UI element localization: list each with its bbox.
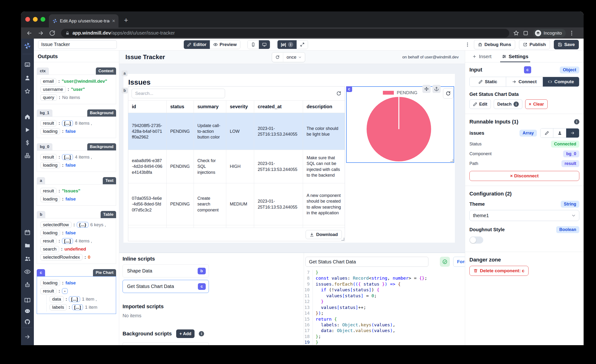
- save-button[interactable]: Save: [554, 40, 579, 49]
- inline-script-item[interactable]: Get Status Chart Datac: [123, 280, 209, 293]
- tab-insert[interactable]: Insert: [472, 51, 492, 62]
- debug-runs-button[interactable]: Debug Runs: [474, 40, 515, 49]
- add-background-script-button[interactable]: + Add: [176, 329, 195, 338]
- anchor-component-button[interactable]: [432, 85, 440, 93]
- table-row[interactable]: eaba8d96-e387-4d2d-8494-096e4143b8faPEND…: [128, 150, 345, 183]
- compute-mode-button[interactable]: Compute: [543, 77, 579, 87]
- inline-script-item[interactable]: Shape Datab: [123, 264, 209, 277]
- theme-select[interactable]: theme1: [469, 210, 579, 221]
- output-key[interactable]: selectedRowIndex: [40, 254, 82, 260]
- output-key[interactable]: loading: [40, 128, 60, 134]
- desktop-view-button[interactable]: [259, 40, 270, 49]
- expand-pill[interactable]: [...]: [62, 120, 73, 126]
- field-user-button[interactable]: [553, 128, 566, 138]
- rail-arrow-right-button[interactable]: [24, 334, 30, 340]
- browser-tab[interactable]: Edit App u/user/issue-tracker | ×: [49, 14, 119, 27]
- output-key[interactable]: query: [40, 94, 57, 101]
- output-key[interactable]: result: [40, 120, 57, 126]
- rail-book-button[interactable]: [24, 297, 30, 304]
- tab-close-icon[interactable]: ×: [112, 18, 115, 24]
- output-key[interactable]: loading: [40, 280, 60, 286]
- rail-grid-button[interactable]: [24, 61, 30, 68]
- bookmark-star-icon[interactable]: [513, 30, 519, 36]
- output-id-chip[interactable]: bg_0: [37, 143, 52, 150]
- new-tab-button[interactable]: +: [124, 17, 128, 24]
- output-id-chip[interactable]: b: [37, 211, 45, 218]
- static-mode-button[interactable]: Static: [470, 77, 506, 87]
- back-icon[interactable]: [26, 30, 32, 36]
- tab-search-icon[interactable]: [522, 30, 529, 36]
- mobile-view-button[interactable]: [248, 40, 259, 49]
- output-key[interactable]: loading: [40, 230, 60, 236]
- editor-tab[interactable]: Editor: [184, 40, 210, 49]
- output-key[interactable]: email: [40, 78, 56, 84]
- edit-button[interactable]: Edit: [469, 99, 491, 109]
- expand-pill[interactable]: -: [62, 288, 68, 294]
- component-badge-a[interactable]: a: [122, 71, 127, 76]
- output-key[interactable]: result: [40, 188, 57, 194]
- browser-menu-icon[interactable]: [569, 30, 575, 36]
- forward-icon[interactable]: [38, 30, 44, 36]
- expand-pill[interactable]: [...]: [69, 296, 80, 302]
- column-header[interactable]: description: [303, 101, 345, 113]
- table-search-input[interactable]: [132, 89, 225, 98]
- rail-calendar-button[interactable]: [24, 229, 30, 236]
- pie-resize-handle[interactable]: [450, 159, 453, 162]
- output-key[interactable]: loading: [40, 162, 60, 168]
- fullscreen-button[interactable]: [297, 40, 308, 49]
- preview-tab[interactable]: Preview: [210, 40, 240, 49]
- component-badge-b[interactable]: b: [122, 88, 128, 93]
- connect-mode-button[interactable]: Connect: [506, 77, 543, 87]
- ruler-button[interactable]: |ø| i: [277, 40, 297, 49]
- column-header[interactable]: summary: [194, 101, 226, 113]
- expand-pill[interactable]: {...}: [77, 222, 89, 228]
- output-id-chip[interactable]: bg_1: [37, 109, 52, 117]
- rail-dollar-button[interactable]: [24, 140, 30, 146]
- output-key[interactable]: result: [40, 238, 57, 244]
- move-component-button[interactable]: [422, 85, 431, 93]
- output-key[interactable]: selectedRow: [40, 222, 72, 228]
- script-name-input[interactable]: [305, 257, 428, 267]
- rail-folder-button[interactable]: [24, 242, 30, 249]
- table-row[interactable]: 07da0553-4e6e-4d56-8ded-5fd0f7d5c3c2PEND…: [128, 183, 345, 225]
- traffic-minimize-button[interactable]: [33, 17, 38, 22]
- component-value-badge[interactable]: bg_0: [563, 150, 579, 157]
- rail-discord-button[interactable]: [24, 308, 30, 314]
- table-refresh-icon[interactable]: [336, 91, 341, 96]
- output-key[interactable]: search: [40, 246, 59, 252]
- output-key[interactable]: data: [50, 296, 64, 302]
- rail-star-button[interactable]: [24, 88, 30, 94]
- traffic-maximize-button[interactable]: [41, 17, 45, 22]
- more-menu-icon[interactable]: [465, 42, 470, 47]
- path-value-badge[interactable]: result: [561, 160, 579, 167]
- doughnut-toggle[interactable]: [469, 237, 483, 244]
- column-header[interactable]: status: [167, 101, 194, 113]
- rail-users-button[interactable]: [24, 256, 30, 262]
- rail-eye-button[interactable]: [24, 269, 30, 275]
- windmill-logo[interactable]: [24, 42, 31, 50]
- pie-refresh-button[interactable]: [443, 88, 454, 99]
- table-resize-handle[interactable]: [341, 238, 344, 240]
- app-name-input[interactable]: [38, 40, 117, 49]
- detach-button[interactable]: Detach i: [494, 99, 522, 109]
- field-connect-button[interactable]: [566, 128, 579, 138]
- expand-pill[interactable]: [...]: [72, 305, 83, 310]
- output-key[interactable]: username: [40, 86, 66, 92]
- expand-pill[interactable]: [...]: [62, 238, 73, 244]
- rail-cubes-button[interactable]: [24, 153, 30, 159]
- output-id-chip[interactable]: ctx: [37, 67, 49, 74]
- output-key[interactable]: result: [40, 154, 57, 160]
- disconnect-button[interactable]: ×Disconnect: [469, 171, 579, 181]
- table-row[interactable]: A Cross Origin: [128, 225, 345, 228]
- output-key[interactable]: result: [40, 288, 57, 294]
- rail-robot-button[interactable]: [24, 282, 30, 288]
- expand-pill[interactable]: [...]: [62, 154, 73, 160]
- rail-person-button[interactable]: [24, 75, 30, 81]
- column-header[interactable]: id: [128, 101, 167, 113]
- publish-button[interactable]: Publish: [519, 40, 550, 49]
- clear-button[interactable]: ×Clear: [525, 99, 548, 109]
- field-static-button[interactable]: [540, 128, 553, 138]
- canvas-refresh-button[interactable]: [272, 52, 283, 62]
- tab-settings[interactable]: Settings: [502, 51, 529, 62]
- download-button[interactable]: Download: [306, 230, 342, 239]
